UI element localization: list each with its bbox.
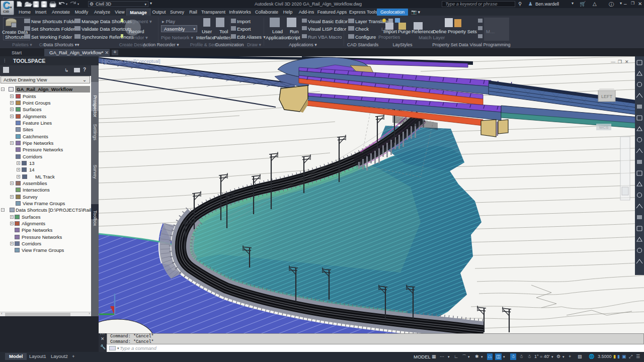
svg-text:✕: ✕: [625, 59, 629, 64]
svg-text:▾: ▾: [66, 3, 67, 6]
svg-text:❐: ❐: [618, 59, 622, 64]
svg-text:—: —: [611, 59, 615, 64]
svg-text:WCS: WCS: [599, 125, 609, 130]
svg-text:LEFT: LEFT: [601, 94, 613, 99]
svg-text:▾: ▾: [77, 3, 79, 6]
svg-text:[-][Custom View][Conceptual]: [-][Custom View][Conceptual]: [102, 59, 160, 64]
